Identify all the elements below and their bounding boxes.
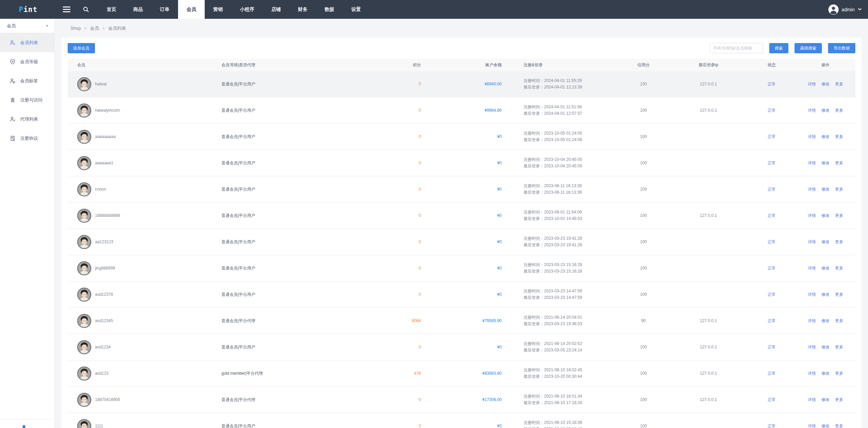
action-edit-link[interactable]: 修改 [822,239,830,245]
nav-tab-6[interactable]: 店铺 [263,0,289,19]
action-edit-link[interactable]: 修改 [822,292,830,298]
action-edit-link[interactable]: 修改 [822,371,830,376]
export-data-button[interactable]: 导出数据 [828,43,855,53]
nav-tab-5[interactable]: 小程序 [231,0,263,19]
breadcrumb-item[interactable]: Shop [70,26,81,31]
action-detail-link[interactable]: 详情 [808,292,816,298]
action-edit-link[interactable]: 修改 [822,423,830,428]
action-more-link[interactable]: 更多 [835,292,843,298]
action-more-link[interactable]: 更多 [835,397,843,403]
action-more-link[interactable]: 更多 [835,213,843,219]
action-edit-link[interactable]: 修改 [822,108,830,113]
action-more-link[interactable]: 更多 [835,265,843,271]
status-badge[interactable]: 正常 [748,187,796,192]
search-input[interactable] [710,43,763,53]
action-detail-link[interactable]: 详情 [808,213,816,219]
register-time: 注册时间：2023-10-04 20:45:05 [524,156,582,163]
member-avatar [77,314,91,328]
action-detail-link[interactable]: 详情 [808,423,816,428]
table-header-row: 会员会员等级|是否代理积分账户余额注册&登录信用分最后登录ip状态操作 [68,59,855,71]
nav-tab-1[interactable]: 商品 [125,0,151,19]
action-edit-link[interactable]: 修改 [822,134,830,140]
status-badge[interactable]: 正常 [748,344,796,350]
breadcrumb-item[interactable]: 会员 [90,25,99,31]
action-more-link[interactable]: 更多 [835,423,843,428]
nav-tab-3[interactable]: 会员 [178,0,205,19]
row-actions: 详情 修改 更多 [796,134,855,140]
action-more-link[interactable]: 更多 [835,344,843,350]
search-button[interactable]: 搜索 [769,43,788,53]
nav-tab-8[interactable]: 数据 [316,0,343,19]
member-points: 0 [334,345,421,349]
user-menu[interactable]: admin [828,4,862,15]
last-login-time: 最后登录：2024-04-01 12:13:39 [524,84,582,91]
action-more-link[interactable]: 更多 [835,81,843,87]
action-more-link[interactable]: 更多 [835,108,843,113]
sidebar-section-select[interactable]: 会员 ▼ [0,19,54,33]
status-badge[interactable]: 正常 [748,423,796,428]
action-detail-link[interactable]: 详情 [808,134,816,140]
status-badge[interactable]: 正常 [748,371,796,376]
action-detail-link[interactable]: 详情 [808,239,816,245]
member-balance: ¥0 [421,213,502,218]
action-more-link[interactable]: 更多 [835,318,843,324]
action-edit-link[interactable]: 修改 [822,160,830,166]
status-badge[interactable]: 正常 [748,318,796,324]
sidebar-item[interactable]: 代理列表 [0,110,54,129]
register-time: 注册时间：2024-04-01 11:55:29 [524,78,582,84]
action-edit-link[interactable]: 修改 [822,397,830,403]
sidebar-item[interactable]: 注册与访问 [0,91,54,110]
action-detail-link[interactable]: 详情 [808,160,816,166]
status-badge[interactable]: 正常 [748,265,796,271]
nav-tab-2[interactable]: 订单 [151,0,178,19]
status-badge[interactable]: 正常 [748,239,796,245]
sidebar-item[interactable]: 会员等级 [0,52,54,71]
action-detail-link[interactable]: 详情 [808,265,816,271]
last-login-time: 最后登录：2023-10-02 14:45:03 [524,216,582,222]
action-detail-link[interactable]: 详情 [808,397,816,403]
status-badge[interactable]: 正常 [748,108,796,113]
member-points: 0 [334,424,421,428]
action-more-link[interactable]: 更多 [835,187,843,192]
sidebar-item[interactable]: 注册协议 [0,129,54,148]
action-more-link[interactable]: 更多 [835,134,843,140]
member-name: asd1234 [95,345,111,349]
nav-tab-9[interactable]: 设置 [343,0,369,19]
member-avatar [77,130,91,144]
nav-tab-7[interactable]: 财务 [289,0,316,19]
status-badge[interactable]: 正常 [748,81,796,87]
action-edit-link[interactable]: 修改 [822,265,830,271]
status-badge[interactable]: 正常 [748,292,796,298]
action-detail-link[interactable]: 详情 [808,187,816,192]
action-edit-link[interactable]: 修改 [822,187,830,192]
user-avatar [828,4,839,15]
action-detail-link[interactable]: 详情 [808,371,816,376]
action-more-link[interactable]: 更多 [835,371,843,376]
nav-tab-4[interactable]: 营销 [205,0,231,19]
sidebar-item[interactable]: 会员列表 [0,33,54,52]
action-more-link[interactable]: 更多 [835,160,843,166]
action-edit-link[interactable]: 修改 [822,318,830,324]
action-edit-link[interactable]: 修改 [822,81,830,87]
nav-tab-0[interactable]: 首页 [98,0,125,19]
action-detail-link[interactable]: 详情 [808,108,816,113]
menu-icon[interactable] [63,6,70,12]
member-cell: asd12345 [68,314,221,328]
action-edit-link[interactable]: 修改 [822,213,830,219]
status-badge[interactable]: 正常 [748,134,796,140]
advanced-search-button[interactable]: 高级搜索 [795,43,822,53]
add-member-button[interactable]: 添加会员 [68,43,95,53]
action-detail-link[interactable]: 详情 [808,81,816,87]
helper-widget-icon[interactable] [23,425,25,428]
status-badge[interactable]: 正常 [748,397,796,403]
app-logo[interactable]: Pint [0,5,55,14]
member-avatar [77,367,91,381]
action-detail-link[interactable]: 详情 [808,318,816,324]
status-badge[interactable]: 正常 [748,213,796,219]
action-edit-link[interactable]: 修改 [822,344,830,350]
search-icon[interactable] [83,6,89,13]
action-detail-link[interactable]: 详情 [808,344,816,350]
action-more-link[interactable]: 更多 [835,239,843,245]
sidebar-item[interactable]: 会员标签 [0,71,54,91]
status-badge[interactable]: 正常 [748,160,796,166]
